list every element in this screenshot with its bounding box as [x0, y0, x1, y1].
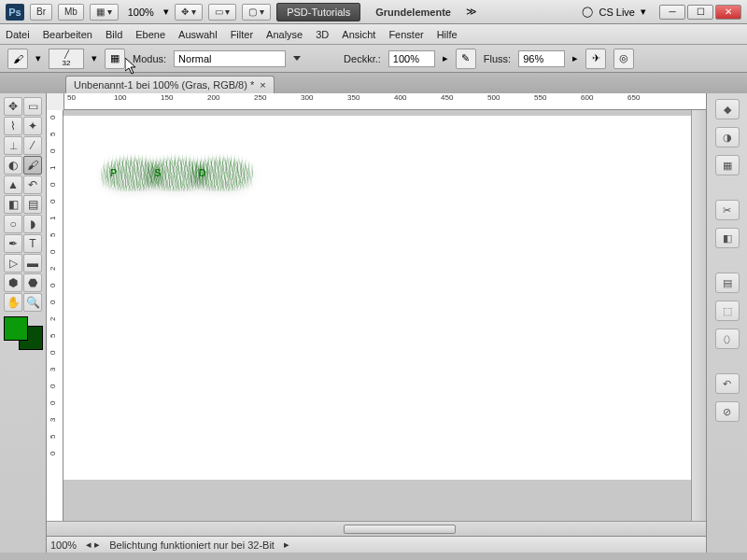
- type-tool[interactable]: T: [23, 234, 42, 253]
- pressure-size-icon[interactable]: ◎: [613, 49, 634, 69]
- zoom-tool[interactable]: 🔍: [23, 293, 42, 312]
- 3d-tool[interactable]: ⬢: [4, 273, 22, 292]
- pressure-opacity-icon[interactable]: ✎: [456, 49, 476, 69]
- grass-letter: D: [199, 167, 244, 178]
- workspace-selector[interactable]: PSD-Tutorials: [276, 3, 360, 21]
- flow-label: Fluss:: [484, 53, 511, 64]
- marquee-tool[interactable]: ▭: [23, 97, 42, 116]
- cs-live-label[interactable]: CS Live: [599, 7, 635, 18]
- horizontal-scrollbar[interactable]: [47, 521, 706, 536]
- arrange-docs-button[interactable]: ▭ ▾: [208, 4, 237, 21]
- menu-filter[interactable]: Filter: [231, 29, 253, 40]
- lasso-tool[interactable]: ⌇: [4, 117, 22, 135]
- tools-panel: ✥▭ ⌇✦ ⟂∕ ◐🖌 ▲↶ ◧▤ ○◗ ✒T ▷▬ ⬢⬣ ✋🔍: [0, 93, 47, 553]
- adjustments-panel-icon[interactable]: ✂: [715, 200, 740, 220]
- paths-panel-icon[interactable]: ⬯: [715, 329, 740, 349]
- brush-tool[interactable]: 🖌: [23, 156, 42, 175]
- view-extras-button[interactable]: ▦ ▾: [90, 4, 119, 21]
- 3d-camera-tool[interactable]: ⬣: [23, 273, 42, 292]
- minibridge-button[interactable]: Mb: [58, 4, 84, 21]
- dodge-tool[interactable]: ◗: [23, 215, 42, 233]
- menu-ebene[interactable]: Ebene: [135, 29, 165, 40]
- foreground-color[interactable]: [4, 316, 28, 341]
- blur-tool[interactable]: ○: [4, 215, 22, 233]
- document-tab-label: Unbenannt-1 bei 100% (Gras, RGB/8) *: [74, 79, 254, 91]
- maximize-button[interactable]: ☐: [687, 5, 713, 20]
- status-bar: 100% ◂ ▸ Belichtung funktioniert nur bei…: [47, 536, 706, 553]
- path-select-tool[interactable]: ▷: [4, 254, 22, 273]
- airbrush-icon[interactable]: ✈: [585, 49, 606, 69]
- layers-panel-icon[interactable]: ▤: [715, 273, 740, 293]
- vertical-scrollbar[interactable]: [691, 110, 706, 521]
- wand-tool[interactable]: ✦: [23, 117, 42, 135]
- vertical-ruler: 050100150200250300350: [47, 110, 63, 521]
- menu-bar: Datei Bearbeiten Bild Ebene Auswahl Filt…: [0, 24, 747, 45]
- eraser-tool[interactable]: ◧: [4, 195, 22, 214]
- eyedropper-tool[interactable]: ∕: [23, 136, 42, 155]
- horizontal-ruler: 50100150200250300350400450500550600650: [47, 93, 706, 110]
- close-tab-icon[interactable]: ×: [260, 79, 265, 91]
- more-icon[interactable]: ≫: [466, 6, 477, 18]
- tool-options-bar: 🖌▾ ╱ 32 ▾ ▦ Modus: Deckkr.: ▸ ✎ Fluss: ▸…: [0, 45, 747, 73]
- pen-tool[interactable]: ✒: [4, 234, 22, 253]
- shape-tool[interactable]: ▬: [23, 254, 42, 273]
- brush-tool-icon[interactable]: 🖌: [7, 49, 28, 69]
- healing-tool[interactable]: ◐: [4, 156, 22, 175]
- document-tab-strip: Unbenannt-1 bei 100% (Gras, RGB/8) * ×: [0, 73, 747, 93]
- screen-mode-button[interactable]: ▢ ▾: [242, 4, 271, 21]
- color-swatches[interactable]: [4, 316, 43, 350]
- menu-bearbeiten[interactable]: Bearbeiten: [43, 29, 92, 40]
- history-panel-icon[interactable]: ↶: [715, 373, 740, 394]
- history-brush-tool[interactable]: ↶: [23, 175, 42, 194]
- status-zoom[interactable]: 100%: [50, 539, 77, 551]
- swatches-panel-icon[interactable]: ◑: [715, 127, 740, 147]
- stamp-tool[interactable]: ▲: [4, 175, 22, 194]
- collapsed-panels: ◆ ◑ ▦ ✂ ◧ ▤ ⬚ ⬯ ↶ ⊘: [706, 93, 747, 553]
- brush-panel-toggle[interactable]: ▦: [105, 49, 125, 69]
- color-panel-icon[interactable]: ◆: [715, 99, 740, 119]
- grass-letter: S: [154, 167, 198, 178]
- minimize-button[interactable]: ─: [659, 5, 685, 20]
- brush-size[interactable]: 32: [63, 59, 71, 67]
- menu-ansicht[interactable]: Ansicht: [342, 29, 375, 40]
- menu-datei[interactable]: Datei: [6, 29, 30, 40]
- menu-hilfe[interactable]: Hilfe: [437, 29, 458, 40]
- mode-label: Modus:: [133, 53, 166, 64]
- styles-panel-icon[interactable]: ▦: [715, 155, 740, 175]
- document-tab[interactable]: Unbenannt-1 bei 100% (Gras, RGB/8) * ×: [65, 76, 275, 93]
- hand-tool[interactable]: ✋: [4, 293, 22, 312]
- move-tool[interactable]: ✥: [4, 97, 22, 116]
- masks-panel-icon[interactable]: ◧: [715, 228, 740, 248]
- grass-letter: P: [110, 167, 154, 178]
- menu-bild[interactable]: Bild: [106, 29, 122, 40]
- photoshop-logo-icon: Ps: [6, 4, 24, 21]
- bridge-button[interactable]: Br: [30, 4, 52, 21]
- status-message: Belichtung funktioniert nur bei 32-Bit: [109, 539, 275, 551]
- close-button[interactable]: ✕: [715, 5, 741, 20]
- application-bar: Ps Br Mb ▦ ▾ 100%▾ ✥ ▾ ▭ ▾ ▢ ▾ PSD-Tutor…: [0, 0, 747, 24]
- crop-tool[interactable]: ⟂: [4, 136, 22, 155]
- flow-input[interactable]: [518, 50, 565, 67]
- menu-fenster[interactable]: Fenster: [388, 29, 423, 40]
- scroll-thumb[interactable]: [344, 525, 456, 534]
- gradient-tool[interactable]: ▤: [23, 195, 42, 214]
- channels-panel-icon[interactable]: ⬚: [715, 301, 740, 321]
- hand-tool-button[interactable]: ✥ ▾: [175, 4, 203, 21]
- zoom-level[interactable]: 100%: [124, 7, 158, 18]
- canvas-viewport[interactable]: PSD: [63, 110, 691, 521]
- menu-analyse[interactable]: Analyse: [266, 29, 303, 40]
- search-icon[interactable]: ◯: [582, 6, 593, 18]
- workspace-selector-2[interactable]: Grundelemente: [366, 4, 460, 21]
- menu-auswahl[interactable]: Auswahl: [178, 29, 218, 40]
- actions-panel-icon[interactable]: ⊘: [715, 401, 740, 422]
- document-canvas[interactable]: PSD: [63, 116, 691, 480]
- blend-mode-select[interactable]: [174, 50, 286, 67]
- menu-3d[interactable]: 3D: [316, 29, 329, 40]
- opacity-label: Deckkr.:: [344, 53, 381, 64]
- opacity-input[interactable]: [388, 50, 435, 67]
